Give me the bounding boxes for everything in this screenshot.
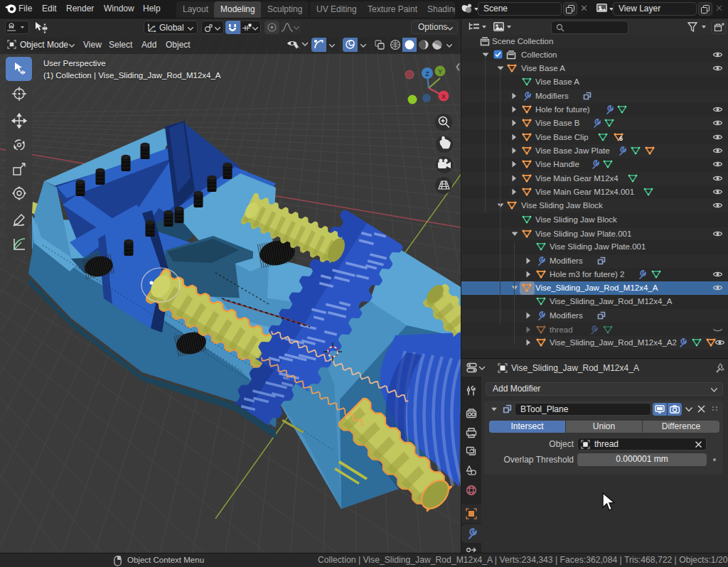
svg-text:Y: Y: [438, 68, 442, 75]
svg-text:X: X: [441, 93, 446, 100]
svg-text:Z: Z: [425, 70, 429, 77]
